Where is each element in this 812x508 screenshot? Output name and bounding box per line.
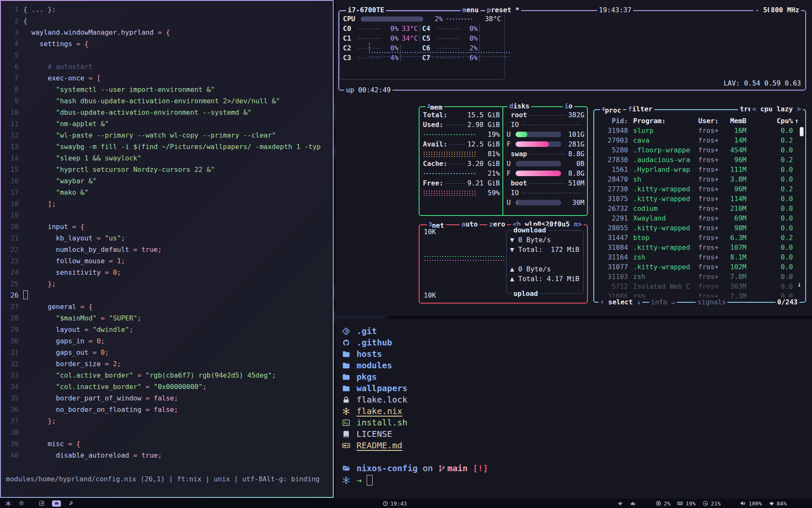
prompt-arrow: → [357,475,362,486]
editor-line[interactable]: 22 numlock_by_default = true; [1,244,333,255]
editor-line[interactable]: 33 "col.active_border" = "rgb(cba6f7) rg… [1,370,333,381]
waybar-clock-module[interactable]: 19:43 [383,500,407,507]
uptime-label: up 00:42:49 [344,86,392,95]
process-row[interactable]: 28055.kitty-wrappedfros+98M0.0 [598,223,804,233]
editor-line[interactable]: 29 layout = "dwindle"; [1,324,333,335]
editor-line[interactable]: 37 }; [1,415,333,427]
line-number: 24 [1,267,23,278]
mem-meter-row: 81% [423,149,500,159]
info-control[interactable]: info ↵ [649,298,677,307]
process-row[interactable]: 31075.kitty-wrappedfros+114M0.0 [598,194,804,204]
editor-cursor [23,290,28,299]
editor-line[interactable]: 38 [1,427,333,438]
process-row[interactable]: 5712Isolated Web Cfros+303M0.0 [598,282,804,291]
editor-line[interactable]: 20 input = { [1,221,333,232]
line-content: "nm-applet &" [23,118,109,130]
circle-icon[interactable] [19,500,25,506]
process-row[interactable]: 31164zshfros+8.1M0.0 [598,252,804,262]
line-content: wayland.windowManager.hyprland = { [23,27,170,38]
code-area[interactable]: 1{ ... }:2{3 wayland.windowManager.hyprl… [1,4,333,461]
editor-line[interactable]: 23 follow_mouse = 1; [1,255,333,267]
editor-line[interactable]: 9 "hash dbus-update-activation-environme… [1,95,333,107]
process-row[interactable]: 31077.kitty-wrappedfros+102M0.0 [598,262,804,272]
select-control[interactable]: ↑ select ↓ [598,298,642,307]
process-row[interactable]: 5280.floorp-wrappefros+454M0.0 [598,145,804,155]
editor-line[interactable]: 18 ]; [1,198,333,210]
editor-line[interactable]: 19 [1,210,333,221]
editor-line[interactable]: 36 no_border_on_floating = false; [1,404,333,415]
process-row[interactable]: 27730.kitty-wrappedfros+96M0.2 [598,184,804,194]
editor-line[interactable]: 1{ ... }: [1,4,333,15]
tray-cloud-icon[interactable] [630,501,636,506]
io-toggle[interactable]: io [563,102,574,111]
process-row[interactable]: 1561.Hyprland-wrapfros+111M0.0 [598,165,804,174]
terminal-window[interactable]: .git.githubhostsmodulespkgswallpapersfla… [335,319,812,499]
menu-button[interactable]: menu [461,6,480,15]
editor-line[interactable]: 14 "sleep 1 && swaylock" [1,152,333,164]
cpu-core-row: C34%│ [343,53,422,63]
disks-title[interactable]: disks [508,102,531,111]
shell-input-line[interactable]: → [342,474,812,486]
editor-line[interactable]: 4 settings = { [1,38,333,50]
line-content: border_size = 2; [23,358,121,370]
editor-line[interactable]: 13 "swaybg -m fill -i $(find ~/Pictures/… [1,141,333,152]
sort-selector[interactable]: < cpu lazy > [750,105,803,114]
process-row[interactable]: 31084.kitty-wrappedfros+107M0.0 [598,243,804,252]
line-content: settings = { [23,38,88,50]
editor-line[interactable]: 40 disable_autoreload = true; [1,450,333,461]
proc-scrollbar-thumb[interactable] [800,127,804,136]
editor-line[interactable]: 39 misc = { [1,438,333,450]
editor-line[interactable]: 30 gaps_in = 0; [1,335,333,347]
proc-panel-title[interactable]: 4proc [600,105,623,115]
helix-editor[interactable]: 1{ ... }:2{3 wayland.windowManager.hyprl… [1,1,333,497]
cpu-history-graph-dim [368,56,511,58]
file-list-item: wallpapers [342,383,812,394]
process-row[interactable]: 26732codiumfros+210M0.0 [598,204,804,213]
process-row[interactable]: 31948slurpfros+16M0.0 [598,126,804,135]
editor-line[interactable]: 24 sensitivity = 0; [1,267,333,278]
editor-line[interactable]: 35 border_part_of_window = false; [1,392,333,404]
process-row[interactable]: 31103zshfros+7.8M0.0 [598,272,804,282]
editor-line[interactable]: 7 exec-once = [ [1,72,333,84]
editor-line[interactable]: 5 [1,50,333,61]
process-list[interactable]: 31948slurpfros+16M0.027903cavafros+14M0.… [598,126,804,301]
editor-line[interactable]: 34 "col.inactive_border" = "0x00000000"; [1,381,333,392]
editor-line[interactable]: 25 }; [1,278,333,290]
editor-line[interactable]: 27 general = { [1,301,333,312]
nix-icon[interactable] [5,500,11,507]
editor-line[interactable]: 3 wayland.windowManager.hyprland = { [1,27,333,38]
editor-line[interactable]: 28 "$mainMod" = "SUPER"; [1,312,333,324]
mem-stat-row: Cache:3.20 GiB [423,159,500,168]
file-list-item: .git [342,326,812,337]
notes-icon[interactable] [39,500,45,506]
process-row[interactable]: 27830.audacious-wrafros+96M0.2 [598,155,804,165]
editor-line[interactable]: 32 border_size = 2; [1,358,333,370]
editor-line[interactable]: 6 # autostart [1,61,333,72]
net-zero-button[interactable]: zero [487,220,507,229]
waybar-right-modules: 2%19%21%100%84% [617,500,812,507]
tray-wifi-icon[interactable] [617,501,623,506]
editor-line[interactable]: 21 kb_layout = "us"; [1,232,333,244]
preset-button[interactable]: preset * [485,6,521,15]
editor-line[interactable]: 15 "hyprctl setcursor Nordzy-cursors 22 … [1,164,333,175]
editor-line[interactable]: 17 "mako &" [1,187,333,198]
net-auto-button[interactable]: auto [460,220,480,229]
process-row[interactable]: 28470shfros+3.8M0.0 [598,174,804,184]
editor-line[interactable]: 2{ [1,15,333,27]
process-row[interactable]: 27903cavafros+14M0.2 [598,135,804,145]
editor-line[interactable]: 31 gaps_out = 0; [1,347,333,358]
editor-line[interactable]: 10 "dbus-update-activation-environment -… [1,107,333,118]
cpu-core-row: C76%│ [422,53,501,63]
editor-line[interactable]: 16 "waybar &" [1,175,333,187]
discord-icon[interactable] [52,500,61,507]
process-row[interactable]: 31447btopfros+6.3M0.2 [598,233,804,243]
music-icon[interactable] [68,500,74,506]
process-row[interactable]: 2291Xwaylandfros+69M0.0 [598,213,804,223]
filter-button[interactable]: filter [626,105,654,114]
editor-line[interactable]: 8 "systemctl --user import-environment &… [1,84,333,95]
editor-line[interactable]: 26 [1,290,333,301]
signals-control[interactable]: signals [696,298,727,307]
cpu-panel: 1cpu menu preset * 19:43:37 - 500ms + up… [338,10,806,91]
editor-line[interactable]: 11 "nm-applet &" [1,118,333,130]
editor-line[interactable]: 12 "wl-paste --primary --watch wl-copy -… [1,130,333,141]
